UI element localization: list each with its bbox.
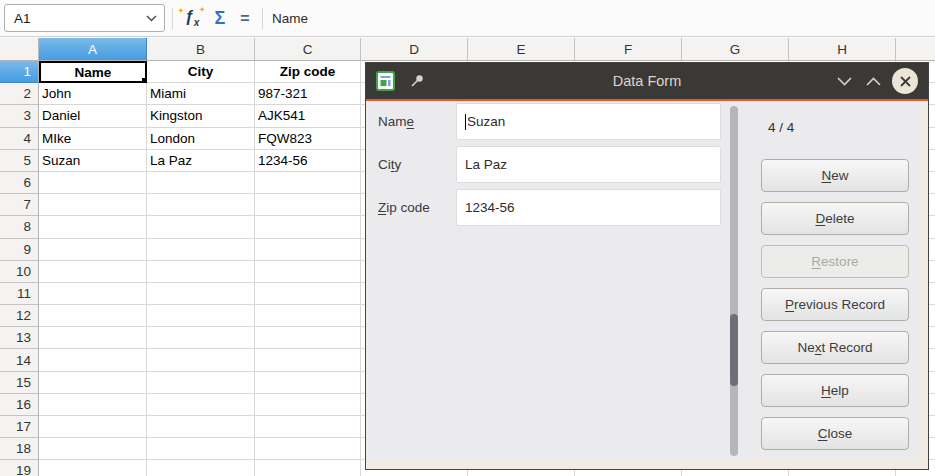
column-header-I[interactable]: I (896, 38, 935, 61)
cell-B14[interactable] (147, 349, 255, 371)
cell-A1[interactable]: Name (39, 61, 147, 83)
cell-C17[interactable] (255, 416, 361, 438)
cell-B17[interactable] (147, 416, 255, 438)
chevron-down-icon[interactable] (146, 15, 157, 22)
column-header-A[interactable]: A (39, 38, 147, 61)
cell-C5[interactable]: 1234-56 (255, 150, 361, 172)
close-button[interactable]: Close (761, 417, 909, 450)
cell-A16[interactable] (39, 394, 147, 416)
function-wizard-icon[interactable]: ✦ ✦ ƒx (178, 0, 206, 37)
formula-input[interactable]: Name (272, 0, 308, 37)
select-all-corner[interactable] (0, 38, 39, 61)
column-header-C[interactable]: C (255, 38, 361, 61)
cell-B2[interactable]: Miami (147, 83, 255, 105)
row-header-9[interactable]: 9 (0, 239, 39, 261)
cell-A10[interactable] (39, 261, 147, 283)
row-header-4[interactable]: 4 (0, 128, 39, 150)
record-scrollbar[interactable] (730, 106, 738, 456)
name-input[interactable]: Suzan (456, 103, 721, 140)
zip-code-input[interactable]: 1234-56 (456, 189, 721, 226)
column-header-B[interactable]: B (147, 38, 255, 61)
cell-C1[interactable]: Zip code (255, 61, 361, 83)
shade-up-icon[interactable] (865, 73, 881, 89)
cell-A5[interactable]: Suzan (39, 150, 147, 172)
row-header-15[interactable]: 15 (0, 372, 39, 394)
pin-icon[interactable] (408, 73, 425, 90)
cell-B13[interactable] (147, 327, 255, 349)
cell-C8[interactable] (255, 216, 361, 238)
cell-A11[interactable] (39, 283, 147, 305)
row-header-13[interactable]: 13 (0, 327, 39, 349)
cell-B5[interactable]: La Paz (147, 150, 255, 172)
cell-A13[interactable] (39, 327, 147, 349)
row-header-11[interactable]: 11 (0, 283, 39, 305)
cell-A17[interactable] (39, 416, 147, 438)
new-button[interactable]: New (761, 159, 909, 192)
cell-B8[interactable] (147, 216, 255, 238)
help-button[interactable]: Help (761, 374, 909, 407)
cell-A18[interactable] (39, 438, 147, 460)
row-header-19[interactable]: 19 (0, 460, 39, 476)
next-record-button[interactable]: Next Record (761, 331, 909, 364)
cell-A7[interactable] (39, 194, 147, 216)
row-header-12[interactable]: 12 (0, 305, 39, 327)
cell-C13[interactable] (255, 327, 361, 349)
row-header-7[interactable]: 7 (0, 194, 39, 216)
cell-C7[interactable] (255, 194, 361, 216)
previous-record-button[interactable]: Previous Record (761, 288, 909, 321)
cell-B18[interactable] (147, 438, 255, 460)
row-header-14[interactable]: 14 (0, 349, 39, 371)
cell-A2[interactable]: John (39, 83, 147, 105)
cell-A12[interactable] (39, 305, 147, 327)
cell-A9[interactable] (39, 239, 147, 261)
row-header-10[interactable]: 10 (0, 261, 39, 283)
cell-B12[interactable] (147, 305, 255, 327)
cell-C14[interactable] (255, 349, 361, 371)
shade-down-icon[interactable] (836, 73, 852, 89)
cell-C12[interactable] (255, 305, 361, 327)
cell-C2[interactable]: 987-321 (255, 83, 361, 105)
cell-A4[interactable]: MIke (39, 128, 147, 150)
row-header-8[interactable]: 8 (0, 216, 39, 238)
cell-C6[interactable] (255, 172, 361, 194)
name-box[interactable]: A1 (4, 4, 165, 32)
cell-C3[interactable]: AJK541 (255, 105, 361, 127)
row-header-1[interactable]: 1 (0, 61, 39, 83)
selection-handle[interactable] (142, 78, 147, 83)
cell-A6[interactable] (39, 172, 147, 194)
cell-A19[interactable] (39, 460, 147, 476)
cell-B9[interactable] (147, 239, 255, 261)
cell-C11[interactable] (255, 283, 361, 305)
cell-B6[interactable] (147, 172, 255, 194)
cell-C19[interactable] (255, 460, 361, 476)
sum-icon[interactable]: Σ (208, 0, 232, 37)
row-header-3[interactable]: 3 (0, 105, 39, 127)
column-header-G[interactable]: G (682, 38, 789, 61)
row-header-16[interactable]: 16 (0, 394, 39, 416)
delete-button[interactable]: Delete (761, 202, 909, 235)
cell-A3[interactable]: Daniel (39, 105, 147, 127)
cell-C15[interactable] (255, 372, 361, 394)
cell-B11[interactable] (147, 283, 255, 305)
row-header-6[interactable]: 6 (0, 172, 39, 194)
cell-A8[interactable] (39, 216, 147, 238)
dialog-titlebar[interactable]: Data Form (366, 63, 928, 99)
cell-B10[interactable] (147, 261, 255, 283)
cell-B16[interactable] (147, 394, 255, 416)
column-header-E[interactable]: E (468, 38, 575, 61)
cell-C9[interactable] (255, 239, 361, 261)
record-scrollbar-thumb[interactable] (730, 314, 738, 386)
cell-A15[interactable] (39, 372, 147, 394)
column-header-D[interactable]: D (361, 38, 468, 61)
cell-B15[interactable] (147, 372, 255, 394)
row-header-18[interactable]: 18 (0, 438, 39, 460)
column-header-F[interactable]: F (575, 38, 682, 61)
cell-B3[interactable]: Kingston (147, 105, 255, 127)
row-header-5[interactable]: 5 (0, 150, 39, 172)
close-icon[interactable] (892, 68, 918, 94)
cell-B4[interactable]: London (147, 128, 255, 150)
cell-C4[interactable]: FQW823 (255, 128, 361, 150)
cell-C10[interactable] (255, 261, 361, 283)
cell-C16[interactable] (255, 394, 361, 416)
cell-B1[interactable]: City (147, 61, 255, 83)
